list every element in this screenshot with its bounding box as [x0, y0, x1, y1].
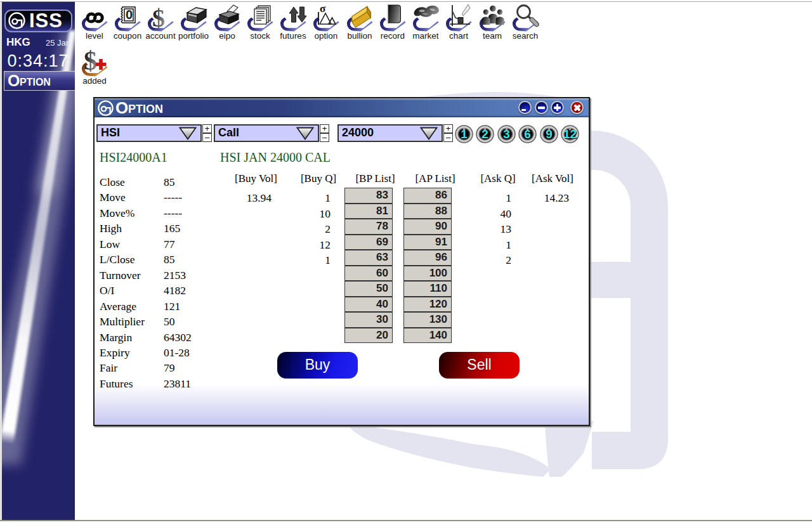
svg-text:$: $ — [152, 4, 165, 32]
svg-text:0: 0 — [126, 8, 133, 22]
svg-text:$: $ — [84, 48, 97, 75]
